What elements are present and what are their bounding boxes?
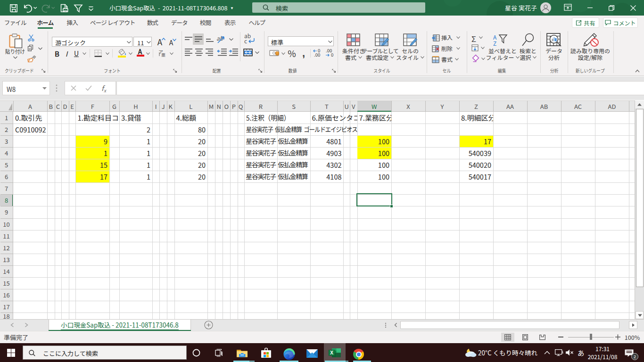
svg-text:X: X	[330, 350, 333, 355]
svg-text:2: 2	[634, 354, 636, 359]
